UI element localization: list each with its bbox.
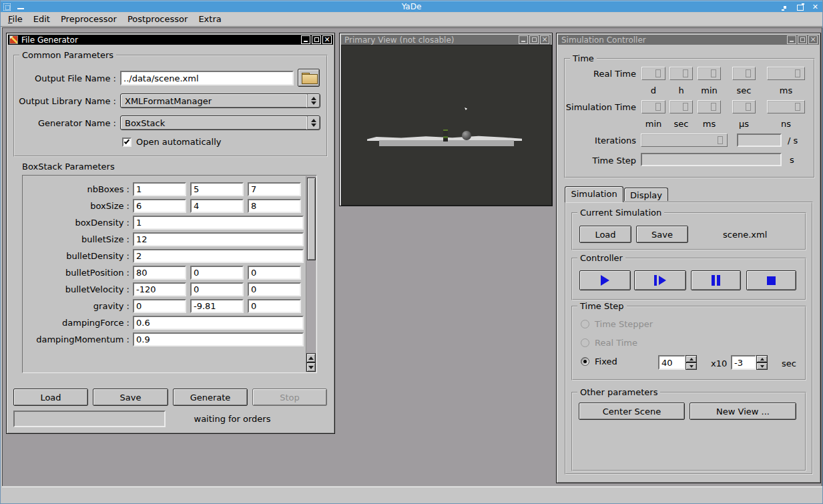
param-input[interactable] [190,266,244,280]
close-icon[interactable]: ✕ [812,3,818,11]
param-input[interactable] [133,299,186,313]
save-button[interactable]: Save [93,389,168,406]
tab-display[interactable]: Display [624,188,668,201]
step-icon [654,275,657,286]
folder-icon [302,73,316,83]
param-input[interactable] [133,249,304,263]
tab-simulation[interactable]: Simulation [565,186,623,202]
menu-item-edit[interactable]: Edit [29,13,57,26]
gl-viewport[interactable] [341,45,552,206]
menu-item-preprocessor[interactable]: Preprocessor [57,13,123,26]
scroll-up-button[interactable] [306,353,316,362]
maximize-button[interactable] [798,35,807,44]
param-label: bulletSize : [24,234,129,244]
close-button[interactable]: ✕ [540,35,549,44]
param-input[interactable] [190,282,244,296]
status-bar [2,487,822,503]
scrollbar-thumb[interactable] [307,178,316,260]
time-step-label: Time Step [563,156,636,166]
maximize-button[interactable] [312,35,321,44]
param-input[interactable] [248,182,301,196]
file-generator-title: File Generator [19,35,300,45]
minimize-icon[interactable] [782,3,789,11]
load-button[interactable]: Load [13,389,88,406]
stop-button[interactable] [746,270,796,290]
primary-view-titlebar[interactable]: Primary View (not closable) ✕ [341,35,551,45]
radio-time-stepper: Time Stepper [581,319,653,329]
open-automatically-checkbox[interactable]: Open automatically [122,137,221,147]
param-input[interactable] [133,199,186,213]
lcd-display [641,67,665,80]
param-input[interactable] [133,282,186,296]
spin-down-button[interactable] [756,362,768,370]
boxstack-parameters-title: BoxStack Parameters [22,162,115,172]
param-row: bulletSize : [24,231,304,248]
menu-item-postprocessor[interactable]: Postprocessor [123,13,194,26]
close-button[interactable]: ✕ [808,35,818,44]
param-input[interactable] [133,316,304,330]
minimize-button[interactable] [519,35,528,44]
close-button[interactable]: ✕ [322,35,332,44]
param-input[interactable] [248,299,301,313]
simulation-save-button[interactable]: Save [636,226,688,243]
pause-button[interactable] [691,270,741,290]
minimize-button[interactable] [787,35,796,44]
param-input[interactable] [248,266,301,280]
main-titlebar[interactable]: YaDe ✕ [1,1,822,12]
spin-down-button[interactable] [685,362,697,370]
param-input[interactable] [248,199,301,213]
scene-bullet-sphere [462,131,471,140]
param-input[interactable] [133,182,186,196]
param-input[interactable] [190,182,244,196]
center-scene-button[interactable]: Center Scene [579,403,685,420]
output-library-value: XMLFormatManager [121,96,307,106]
lcd-unit-label: sec [732,85,756,95]
generator-combobox[interactable]: BoxStack [120,115,320,130]
file-generator-titlebar[interactable]: File Generator ✕ [8,35,333,45]
param-input[interactable] [133,232,304,246]
radio-icon[interactable] [581,357,589,366]
new-view-button[interactable]: New View ... [690,403,796,420]
browse-file-button[interactable] [298,69,320,87]
menu-item-file[interactable]: File [4,13,29,26]
param-label: nbBoxes : [24,184,129,194]
param-input[interactable] [133,216,304,230]
radio-fixed[interactable]: Fixed [581,356,617,366]
minimize-button[interactable] [301,35,310,44]
menu-item-extra[interactable]: Extra [194,13,228,26]
simulation-load-button[interactable]: Load [579,226,631,243]
step-button[interactable] [634,270,686,290]
param-row: gravity : [24,298,304,314]
param-row: boxSize : [24,198,304,214]
output-file-name-input[interactable] [120,71,294,85]
radio-label: Time Stepper [595,319,653,329]
common-parameters-group-title: Common Parameters [19,50,116,60]
maximize-icon[interactable] [797,3,804,11]
maximize-button[interactable] [529,35,539,44]
radio-label: Real Time [595,338,637,348]
parameters-scrollbar[interactable] [306,176,316,372]
spin-up-button[interactable] [756,355,768,362]
param-input[interactable] [133,266,186,280]
generate-button[interactable]: Generate [173,389,248,406]
play-button[interactable] [579,270,631,290]
exponent-spinbox[interactable] [731,355,768,370]
exponent-input[interactable] [731,355,756,370]
fixed-value-spinbox[interactable] [658,355,697,370]
radio-label: Fixed [595,356,617,366]
param-input[interactable] [190,199,244,213]
lcd-digit-zero [711,69,716,77]
output-library-combobox[interactable]: XMLFormatManager [120,93,320,108]
lcd-display [767,67,805,80]
param-input[interactable] [133,332,304,346]
arrow-up-icon [308,356,314,360]
param-label: bulletDensity : [24,251,129,261]
simulation-controller-titlebar[interactable]: Simulation Controller ✕ [558,35,819,45]
fixed-value-input[interactable] [658,355,685,370]
lcd-unit-label: min [698,85,721,95]
scroll-down-button[interactable] [306,362,316,372]
param-input[interactable] [248,282,301,296]
lcd-display [641,100,665,113]
spin-up-button[interactable] [685,355,697,362]
param-input[interactable] [190,299,244,313]
